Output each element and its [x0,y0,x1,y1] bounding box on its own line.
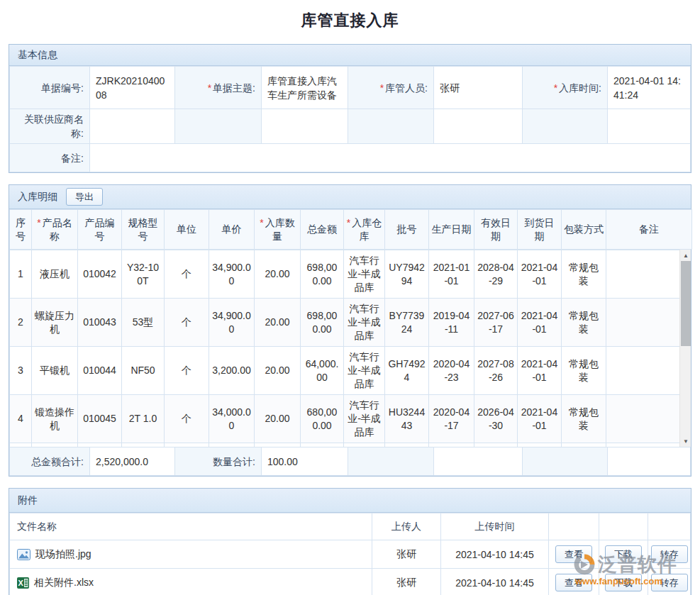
detail-cell: 常规包装 [562,347,606,395]
file-name-column-header: 文件名称 [10,513,372,540]
file-name-cell: 现场拍照.jpg [10,540,372,569]
detail-cell: 平锻机 [32,347,78,395]
details-table: 1液压机010042Y32-100T个34,900.0020.00698,000… [9,250,681,447]
details-section: 入库明细 导出 序号*产品名称产品编号规格型号单位单价*入库数量总金额*入库仓库… [9,184,691,477]
subject-value[interactable]: 库管直接入库汽车生产所需设备 [262,67,348,109]
detail-cell: 010044 [78,347,122,395]
view-button[interactable]: 查看 [555,545,592,563]
detail-cell: 2T 1.0 [122,395,165,443]
detail-row: 4锻造操作机0100452T 1.0个34,000.0020.00680,000… [10,395,681,443]
detail-cell: 680,000.00 [301,395,344,443]
action-column-header [599,513,648,540]
detail-cell: 20.00 [255,299,301,347]
detail-cell: 20.00 [255,347,301,395]
upload-time-cell: 2021-04-10 14:45 [441,569,549,595]
total-qty-label: 数量合计: [175,447,262,476]
uploader-column-header: 上传人 [372,513,441,540]
export-button[interactable]: 导出 [66,188,103,206]
empty-label-cell [348,109,434,144]
download-button[interactable]: 下载 [605,545,642,563]
detail-cell: 698,000.00 [301,250,344,299]
doc-no-value[interactable]: ZJRK2021040008 [90,67,175,109]
storage-time-value[interactable]: 2021-04-01 14:41:24 [608,67,691,109]
details-totals-row: 总金额合计: 2,520,000.0 数量合计: 100.00 [9,447,691,476]
doc-no-label: 单据编号: [10,67,90,109]
scrollbar-thumb[interactable] [681,261,691,346]
detail-column-header: *入库数量 [255,210,301,250]
uploader-cell: 张研 [372,569,441,595]
required-mark: * [380,82,384,94]
vertical-scrollbar[interactable]: ▲ ▼ [679,250,691,447]
detail-cell: 常规包装 [562,299,606,347]
empty-value-cell [608,447,691,476]
detail-cell: 汽车行业-半成品库 [344,395,385,443]
detail-cell: 34,900.00 [209,299,255,347]
detail-cell: 2020-04-17 [429,395,474,443]
empty-value-cell [262,109,348,144]
attachments-title: 附件 [18,494,38,507]
detail-cell: 液压机 [32,250,78,299]
detail-cell: 2019-04-11 [429,299,474,347]
page: 库管直接入库 基本信息 单据编号: ZJRK2021040008 *单据主题: … [0,0,700,595]
basic-info-title: 基本信息 [18,49,57,62]
detail-cell: 3 [10,347,32,395]
file-name-link[interactable]: 现场拍照.jpg [35,548,91,561]
page-title: 库管直接入库 [0,0,700,44]
total-qty-value: 100.00 [262,447,348,476]
detail-column-header: 到货日期 [518,210,562,250]
detail-cell: 3,200.00 [209,347,255,395]
attachments-section: 附件 文件名称 上传人 上传时间 现场拍照.jpg张研2021-04-10 14… [9,488,691,595]
action-column-header [648,513,691,540]
detail-cell: 4 [10,395,32,443]
detail-column-header: 备注 [606,210,692,250]
empty-value-cell [434,109,523,144]
detail-row-partial [10,443,681,447]
scrollbar-up-icon[interactable]: ▲ [680,250,691,261]
empty-value-cell [434,447,523,476]
download-button[interactable]: 下载 [605,574,642,591]
empty-label-cell [523,109,608,144]
keeper-value[interactable]: 张研 [434,67,523,109]
detail-cell: 2027-06-17 [474,299,518,347]
storage-time-label: *入库时间: [523,67,608,109]
detail-cell: 汽车行业-半成品库 [344,299,385,347]
detail-cell: 锻造操作机 [32,395,78,443]
detail-column-header: 产品编号 [78,210,122,250]
action-cell: 转存 [648,569,691,595]
detail-column-header: 生产日期 [429,210,474,250]
uploader-cell: 张研 [372,540,441,569]
detail-cell: BY773924 [385,299,429,347]
total-amount-label: 总金额合计: [10,447,90,476]
attachments-table: 文件名称 上传人 上传时间 现场拍照.jpg张研2021-04-10 14:45… [9,513,691,595]
empty-label-cell [523,447,608,476]
details-header: 入库明细 导出 [9,185,691,209]
detail-cell: 1 [10,250,32,299]
transfer-button[interactable]: 转存 [651,545,688,563]
detail-cell: 个 [165,395,209,443]
total-amount-value: 2,520,000.0 [90,447,175,476]
supplier-label: 关联供应商名称: [10,109,90,144]
detail-column-header: 总金额 [301,210,344,250]
detail-column-header: 单价 [209,210,255,250]
supplier-value[interactable] [90,109,175,144]
transfer-button[interactable]: 转存 [651,574,688,591]
scrollbar-down-icon[interactable]: ▼ [680,435,691,447]
view-button[interactable]: 查看 [555,574,592,591]
detail-column-header: 单位 [165,210,209,250]
excel-file-icon: X [17,577,29,589]
detail-cell: 常规包装 [562,250,606,299]
detail-cell: 53型 [122,299,165,347]
detail-cell: 螺旋压力机 [32,299,78,347]
remark-value[interactable] [90,144,691,172]
detail-cell: 2020-04-23 [429,347,474,395]
detail-cell: 个 [165,299,209,347]
detail-column-header: 规格型号 [122,210,165,250]
required-mark: * [554,82,557,94]
detail-cell: UY794294 [385,250,429,299]
detail-cell: Y32-100T [122,250,165,299]
attachments-header: 附件 [9,489,691,513]
detail-cell: 34,900.00 [209,250,255,299]
file-name-link[interactable]: 相关附件.xlsx [34,577,94,589]
detail-column-header: 批号 [385,210,429,250]
detail-cell: 2026-04-30 [474,395,518,443]
